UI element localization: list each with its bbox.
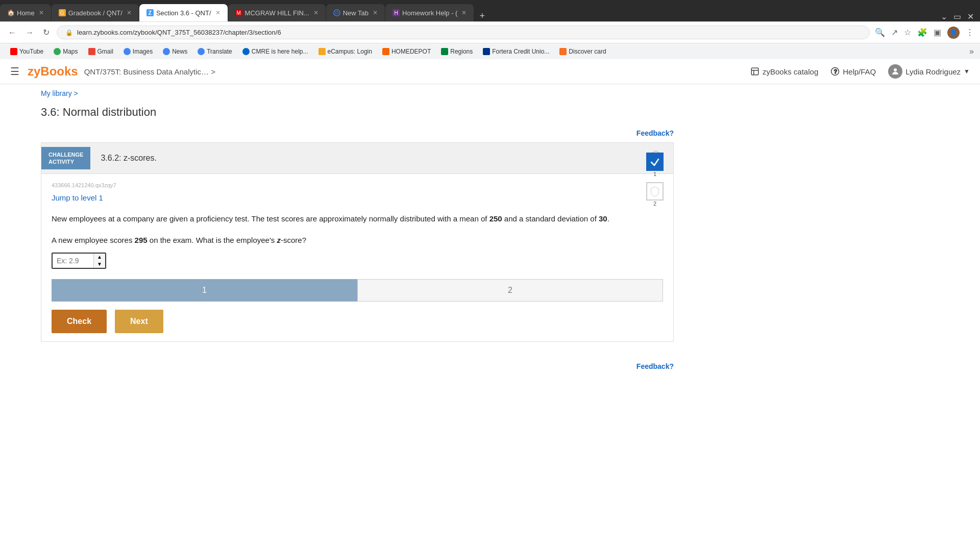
problem-text: New employees at a company are given a p…: [52, 212, 663, 226]
bookmarks-bar: YouTube Maps Gmail Images News Translate…: [0, 43, 980, 59]
zy-header: ☰ zyBooks QNT/375T: Business Data Analyt…: [0, 59, 980, 84]
question-text: A new employee scores 295 on the exam. W…: [52, 234, 663, 247]
feedback-top: Feedback?: [41, 124, 674, 142]
bookmark-regions[interactable]: Regions: [437, 47, 477, 56]
next-button[interactable]: Next: [115, 310, 163, 333]
challenge-activity-box: CHALLENGE ACTIVITY 3.6.2: z-scores. 4336…: [41, 142, 674, 342]
profile-icon[interactable]: 👤: [947, 27, 960, 39]
tab-close-mcgraw[interactable]: ✕: [313, 9, 318, 16]
catalog-link[interactable]: zyBooks catalog: [750, 67, 818, 76]
back-button[interactable]: ←: [6, 28, 18, 37]
zy-logo: zyBooks: [28, 64, 78, 79]
tab-close-gradebook[interactable]: ✕: [127, 9, 132, 16]
svg-point-6: [894, 68, 897, 71]
bookmark-translate[interactable]: Translate: [193, 47, 236, 56]
feedback-bottom: Feedback?: [41, 357, 674, 375]
bookmark-fortera[interactable]: Fortera Credit Unio...: [479, 47, 553, 56]
action-buttons: Check Next: [52, 310, 663, 333]
bookmarks-more-icon[interactable]: »: [969, 47, 974, 56]
bookmark-gmail[interactable]: Gmail: [84, 47, 117, 56]
spinner-down[interactable]: ▼: [94, 261, 105, 268]
minimize-icon[interactable]: ⌄: [941, 12, 947, 21]
address-actions: 🔍 ↗ ☆ 🧩 ▣ 👤 ⋮: [875, 27, 974, 39]
step-tab-1[interactable]: 1: [52, 279, 357, 302]
challenge-header: CHALLENGE ACTIVITY 3.6.2: z-scores.: [41, 143, 673, 174]
bookmark-youtube[interactable]: YouTube: [6, 47, 47, 56]
search-icon[interactable]: 🔍: [875, 28, 885, 37]
check-button[interactable]: Check: [52, 310, 107, 333]
z-score-input[interactable]: [53, 254, 93, 268]
bookmark-images[interactable]: Images: [119, 47, 157, 56]
reload-button[interactable]: ↻: [41, 28, 52, 37]
tab-newtab[interactable]: New Tab ✕: [326, 4, 385, 21]
activity-id: 433666.1421240.qx3zqy7: [52, 182, 663, 188]
menu-icon[interactable]: ⋮: [966, 28, 974, 37]
bookmark-discover[interactable]: Discover card: [555, 47, 610, 56]
breadcrumb[interactable]: QNT/375T: Business Data Analytic… >: [84, 67, 215, 76]
hamburger-menu[interactable]: ☰: [10, 65, 19, 78]
sidebar-icon[interactable]: ▣: [934, 28, 941, 37]
bookmark-maps[interactable]: Maps: [50, 47, 82, 56]
z-label: z: [277, 236, 281, 244]
user-dropdown-icon: ▼: [964, 68, 970, 75]
maximize-icon[interactable]: ▭: [953, 12, 961, 21]
lock-icon: 🔒: [65, 29, 73, 36]
close-icon[interactable]: ✕: [967, 12, 974, 21]
challenge-activity-wrapper: CHALLENGE ACTIVITY 3.6.2: z-scores. 4336…: [41, 142, 674, 342]
tab-homework[interactable]: H Homework Help - ( ✕: [385, 4, 474, 21]
page-content: ☰ zyBooks QNT/375T: Business Data Analyt…: [0, 59, 980, 551]
svg-text:?: ?: [834, 68, 837, 74]
main-content: Feedback? CHALLENGE ACTIVITY 3.6.2: z-sc…: [0, 124, 715, 386]
level-badges: 1 2: [646, 142, 664, 207]
help-link[interactable]: ? Help/FAQ: [830, 67, 876, 76]
new-tab-button[interactable]: +: [474, 11, 490, 21]
tab-close-newtab[interactable]: ✕: [373, 9, 378, 16]
user-menu[interactable]: Lydia Rodriguez ▼: [888, 64, 970, 79]
bookmark-homedepot[interactable]: HOMEDEPOT: [378, 47, 435, 56]
feedback-top-link[interactable]: Feedback?: [636, 129, 674, 137]
user-avatar: [888, 64, 902, 79]
level-1-label: 1: [653, 171, 656, 177]
share-icon[interactable]: ↗: [891, 28, 898, 37]
url-input[interactable]: 🔒 learn.zybooks.com/zybook/QNT_375T_5603…: [57, 26, 870, 39]
bookmark-news[interactable]: News: [159, 47, 191, 56]
tab-close-homework[interactable]: ✕: [461, 9, 467, 16]
window-controls: ⌄ ▭ ✕: [935, 12, 980, 21]
jump-to-level-link[interactable]: Jump to level 1: [52, 193, 103, 202]
bookmark-ecampus[interactable]: eCampus: Login: [314, 47, 376, 56]
tab-close-section[interactable]: ✕: [215, 9, 220, 16]
feedback-bottom-link[interactable]: Feedback?: [636, 362, 674, 370]
spinner-arrows: ▲ ▼: [93, 254, 105, 268]
tab-section[interactable]: Z Section 3.6 - QNT/ ✕: [139, 4, 228, 21]
header-nav: zyBooks catalog ? Help/FAQ Lydia Rodrigu…: [750, 64, 970, 79]
help-icon: ?: [830, 67, 840, 76]
bookmark-star-icon[interactable]: ☆: [904, 28, 911, 37]
my-library-breadcrumb: My library >: [0, 84, 980, 97]
spinner-up[interactable]: ▲: [94, 254, 105, 261]
address-bar: ← → ↻ 🔒 learn.zybooks.com/zybook/QNT_375…: [0, 21, 980, 43]
tab-bar: 🏠 Home ✕ G Gradebook / QNT/ ✕ Z Section …: [0, 0, 980, 21]
tab-close-home[interactable]: ✕: [39, 9, 44, 16]
mean-value: 250: [489, 214, 502, 223]
extensions-icon[interactable]: 🧩: [917, 28, 927, 37]
forward-button[interactable]: →: [23, 28, 36, 37]
step-tabs: 1 2: [52, 279, 663, 302]
level-2-badge[interactable]: [646, 182, 664, 201]
step-tab-2[interactable]: 2: [357, 279, 663, 302]
tab-gradebook[interactable]: G Gradebook / QNT/ ✕: [52, 4, 139, 21]
answer-row: ▲ ▼: [52, 253, 663, 269]
challenge-label: CHALLENGE ACTIVITY: [41, 147, 90, 170]
z-score-input-wrapper: ▲ ▼: [52, 253, 106, 269]
svg-rect-1: [751, 68, 758, 75]
bookmark-cmre[interactable]: CMRE is here help...: [238, 47, 312, 56]
svg-point-0: [334, 10, 340, 16]
section-title: 3.6: Normal distribution: [0, 97, 980, 124]
std-value: 30: [599, 214, 607, 223]
catalog-icon: [750, 67, 760, 76]
level-1-badge[interactable]: [646, 153, 664, 171]
level-2-label: 2: [653, 201, 656, 207]
challenge-title: 3.6.2: z-scores.: [90, 149, 639, 167]
activity-content: 433666.1421240.qx3zqy7 Jump to level 1 N…: [41, 174, 673, 341]
tab-home[interactable]: 🏠 Home ✕: [0, 4, 51, 21]
tab-mcgraw[interactable]: M MCGRAW HILL FIN... ✕: [228, 4, 326, 21]
